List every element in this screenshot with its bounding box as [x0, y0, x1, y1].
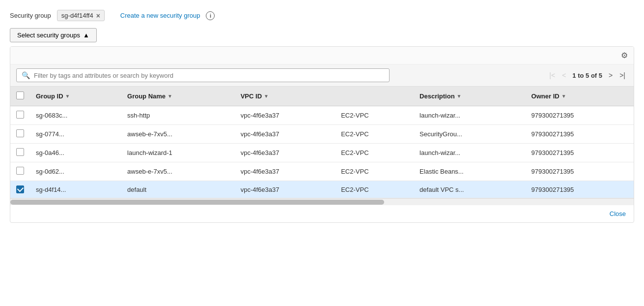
chevron-up-icon: ▲ [83, 31, 89, 39]
cell-vpc_type: EC2-VPC [335, 106, 414, 125]
table-row[interactable]: sg-0a46...launch-wizard-1vpc-4f6e3a37EC2… [10, 144, 634, 162]
row-checkbox-cell[interactable] [10, 181, 30, 198]
cell-group_id: sg-0d62... [30, 162, 121, 181]
cell-vpc_type: EC2-VPC [335, 125, 414, 144]
cell-group_id: sg-d4f14... [30, 181, 121, 198]
tag-value: sg-d4f14ff4 [61, 12, 93, 19]
pagination-next-button[interactable]: > [606, 71, 615, 80]
cell-group_name: default [121, 181, 235, 198]
table-row[interactable]: sg-d4f14...defaultvpc-4f6e3a37EC2-VPCdef… [10, 181, 634, 198]
cell-description: Elastic Beans... [414, 162, 525, 181]
col-header-owner-id[interactable]: Owner ID ▼ [526, 87, 634, 106]
row-checkbox-cell[interactable] [10, 106, 30, 125]
security-groups-table: Group ID ▼ Group Name ▼ VPC ID ▼ [10, 87, 634, 198]
col-header-description[interactable]: Description ▼ [414, 87, 525, 106]
cell-owner_id: 979300271395 [526, 181, 634, 198]
info-icon[interactable]: i [206, 11, 215, 20]
security-group-tag[interactable]: sg-d4f14ff4 × [57, 10, 105, 21]
col-header-group-name[interactable]: Group Name ▼ [121, 87, 235, 106]
header-row: Security group sg-d4f14ff4 × Create a ne… [10, 10, 634, 21]
panel-toolbar: ⚙ [10, 47, 634, 64]
cell-vpc_id: vpc-4f6e3a37 [235, 144, 336, 162]
header-checkbox-cell[interactable] [10, 87, 30, 106]
sort-description-icon: ▼ [457, 93, 462, 99]
row-checkbox[interactable] [16, 167, 24, 175]
row-checkbox[interactable] [16, 129, 24, 137]
sort-vpc-id-icon: ▼ [264, 93, 269, 99]
cell-vpc_id: vpc-4f6e3a37 [235, 162, 336, 181]
cell-group_name: awseb-e-7xv5... [121, 125, 235, 144]
row-checkbox-cell[interactable] [10, 144, 30, 162]
cell-vpc_type: EC2-VPC [335, 162, 414, 181]
sort-owner-id-icon: ▼ [561, 93, 566, 99]
row-checkbox-cell[interactable] [10, 162, 30, 181]
cell-group_id: sg-0a46... [30, 144, 121, 162]
table-row[interactable]: sg-0683c...ssh-httpvpc-4f6e3a37EC2-VPCla… [10, 106, 634, 125]
sort-group-name-icon: ▼ [168, 93, 172, 99]
table-row[interactable]: sg-0d62...awseb-e-7xv5...vpc-4f6e3a37EC2… [10, 162, 634, 181]
cell-owner_id: 979300271395 [526, 144, 634, 162]
close-button[interactable]: Close [610, 210, 626, 217]
cell-owner_id: 979300271395 [526, 125, 634, 144]
cell-description: launch-wizar... [414, 144, 525, 162]
cell-description: default VPC s... [414, 181, 525, 198]
pagination-text: 1 to 5 of 5 [572, 72, 602, 79]
pagination-last-button[interactable]: >| [617, 71, 628, 80]
cell-owner_id: 979300271395 [526, 162, 634, 181]
search-icon: 🔍 [22, 71, 30, 79]
cell-owner_id: 979300271395 [526, 106, 634, 125]
table-container: Group ID ▼ Group Name ▼ VPC ID ▼ [10, 87, 634, 198]
cell-group_name: ssh-http [121, 106, 235, 125]
search-box[interactable]: 🔍 [16, 68, 390, 82]
cell-description: SecurityGrou... [414, 125, 525, 144]
search-input[interactable] [34, 72, 384, 79]
search-row: 🔍 |< < 1 to 5 of 5 > >| [10, 64, 634, 87]
cell-group_name: awseb-e-7xv5... [121, 162, 235, 181]
gear-icon[interactable]: ⚙ [621, 51, 628, 60]
table-header-row: Group ID ▼ Group Name ▼ VPC ID ▼ [10, 87, 634, 106]
pagination-first-button[interactable]: |< [547, 71, 558, 80]
scrollbar-thumb[interactable] [10, 200, 384, 205]
select-button-row: Select security groups ▲ [10, 28, 634, 42]
col-header-vpc-type [335, 87, 414, 106]
cell-vpc_type: EC2-VPC [335, 181, 414, 198]
cell-group_name: launch-wizard-1 [121, 144, 235, 162]
select-all-checkbox[interactable] [16, 92, 24, 99]
horizontal-scrollbar[interactable] [10, 198, 634, 205]
pagination-prev-button[interactable]: < [560, 71, 568, 80]
cell-vpc_id: vpc-4f6e3a37 [235, 125, 336, 144]
tag-remove-icon[interactable]: × [96, 12, 100, 19]
cell-vpc_type: EC2-VPC [335, 144, 414, 162]
row-checkbox[interactable] [16, 148, 24, 156]
col-header-group-id[interactable]: Group ID ▼ [30, 87, 121, 106]
table-row[interactable]: sg-0774...awseb-e-7xv5...vpc-4f6e3a37EC2… [10, 125, 634, 144]
cell-group_id: sg-0683c... [30, 106, 121, 125]
security-groups-panel: ⚙ 🔍 |< < 1 to 5 of 5 > >| [10, 46, 634, 223]
pagination: |< < 1 to 5 of 5 > >| [547, 71, 628, 80]
cell-description: launch-wizar... [414, 106, 525, 125]
select-security-groups-button[interactable]: Select security groups ▲ [10, 28, 97, 42]
cell-vpc_id: vpc-4f6e3a37 [235, 106, 336, 125]
col-header-vpc-id[interactable]: VPC ID ▼ [235, 87, 336, 106]
row-checkbox[interactable] [16, 185, 24, 193]
select-btn-label: Select security groups [17, 31, 80, 39]
sort-group-id-icon: ▼ [65, 93, 70, 99]
create-security-group-link[interactable]: Create a new security group [120, 12, 200, 19]
row-checkbox-cell[interactable] [10, 125, 30, 144]
security-group-label: Security group [10, 12, 51, 19]
row-checkbox[interactable] [16, 111, 24, 119]
panel-footer: Close [10, 205, 634, 222]
cell-group_id: sg-0774... [30, 125, 121, 144]
cell-vpc_id: vpc-4f6e3a37 [235, 181, 336, 198]
